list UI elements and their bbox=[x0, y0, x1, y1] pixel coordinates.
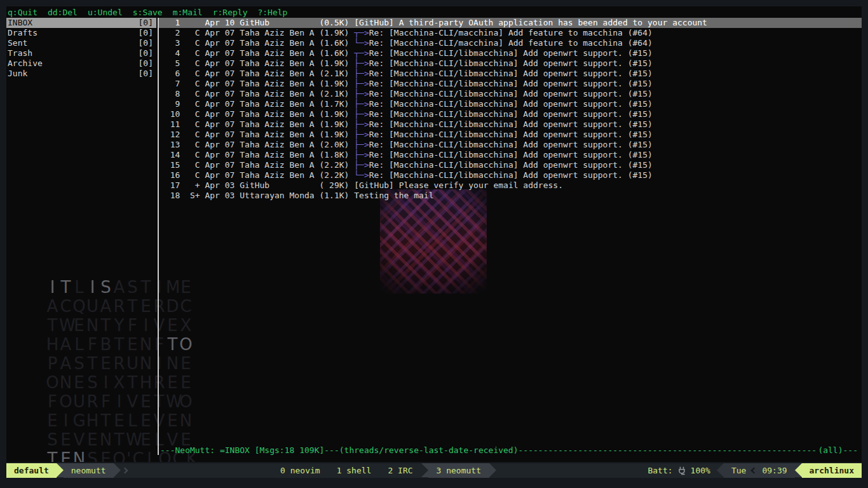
mail-row[interactable]: 16 C Apr 07 Taha Aziz Ben A (2.2K) └─>Re… bbox=[159, 170, 862, 180]
statusline-prefix: ---NeoMutt: =INBOX [Msgs:18 109K]---(thr… bbox=[160, 445, 519, 456]
mail-row[interactable]: 12 C Apr 07 Taha Aziz Ben A (1.9K) ├─>Re… bbox=[159, 130, 862, 140]
neomutt-statusline: ---NeoMutt: =INBOX [Msgs:18 109K]---(thr… bbox=[160, 445, 858, 456]
mailbox-name: Junk bbox=[8, 69, 27, 79]
battery-percent: 100% bbox=[691, 466, 710, 475]
mail-subject: Re: [Macchina-CLI/libmacchina] Add openw… bbox=[369, 160, 653, 170]
mail-row[interactable]: 2 C Apr 07 Taha Aziz Ben A (1.9K) ┬─>Re:… bbox=[159, 28, 862, 38]
mail-subject: Re: [Macchina-CLI/libmacchina] Add openw… bbox=[369, 89, 653, 98]
mail-row[interactable]: 11 C Apr 07 Taha Aziz Ben A (1.9K) ├─>Re… bbox=[159, 119, 862, 130]
sidebar-item-archive[interactable]: Archive[0] bbox=[6, 58, 156, 69]
mailbox-count: [0] bbox=[139, 38, 153, 48]
powerline-separator-icon bbox=[114, 463, 121, 477]
mail-subject: Re: [Macchina-CLI/macchina] Add feature … bbox=[369, 38, 653, 48]
powerline-separator-icon bbox=[421, 463, 428, 477]
thread-tree-icon: └─> bbox=[354, 38, 369, 48]
mailbox-name: INBOX bbox=[8, 18, 32, 28]
mail-row[interactable]: 14 C Apr 07 Taha Aziz Ben A (1.8K) ├─>Re… bbox=[159, 150, 862, 160]
mail-subject: [GitHub] A third-party OAuth application… bbox=[354, 18, 707, 27]
mail-rows: 1 Apr 10 GitHub (0.5K) [GitHub] A third-… bbox=[159, 18, 862, 201]
mail-row-meta: 11 C Apr 07 Taha Aziz Ben A (1.9K) bbox=[160, 119, 354, 129]
mail-subject: [GitHub] Please verify your email addres… bbox=[354, 180, 563, 190]
menubar-item[interactable]: r:Reply bbox=[213, 8, 248, 17]
mail-row[interactable]: 18 S+ Apr 03 Uttarayan Monda (1.1K) Test… bbox=[159, 191, 862, 201]
chevron-right-icon bbox=[121, 468, 128, 474]
tmux-window[interactable]: 2 IRC bbox=[379, 463, 421, 478]
mail-row[interactable]: 7 C Apr 07 Taha Aziz Ben A (1.9K) ├─>Re:… bbox=[159, 79, 862, 89]
mail-list: 1 Apr 10 GitHub (0.5K) [GitHub] A third-… bbox=[159, 18, 862, 462]
menubar-item[interactable]: s:Save bbox=[133, 8, 163, 17]
clock-segment: Tue 09:39 bbox=[724, 463, 795, 478]
mail-row[interactable]: 9 C Apr 07 Taha Aziz Ben A (1.7K) ├─>Re:… bbox=[159, 99, 862, 109]
menubar-item[interactable]: dd:Del bbox=[48, 8, 78, 17]
mail-row-meta: 6 C Apr 07 Taha Aziz Ben A (2.1K) bbox=[160, 69, 354, 78]
mail-row-meta: 3 C Apr 07 Taha Aziz Ben A (1.6K) bbox=[160, 38, 354, 48]
mail-row[interactable]: 13 C Apr 07 Taha Aziz Ben A (2.0K) ├─>Re… bbox=[159, 140, 862, 150]
mailbox-count: [0] bbox=[139, 48, 153, 58]
menubar-item[interactable]: m:Mail bbox=[173, 8, 203, 17]
powerline-separator-icon bbox=[717, 463, 724, 477]
statusline-fill: ----------------------------------------… bbox=[519, 445, 818, 456]
thread-tree-icon: ├─> bbox=[354, 58, 369, 68]
mail-row-meta: 15 C Apr 07 Taha Aziz Ben A (2.2K) bbox=[160, 160, 354, 170]
tmux-left-section: default neomutt bbox=[6, 463, 127, 478]
menubar-item[interactable]: u:Undel bbox=[88, 8, 123, 17]
mail-row[interactable]: 15 C Apr 07 Taha Aziz Ben A (2.2K) ├─>Re… bbox=[159, 160, 862, 170]
tmux-statusbar: default neomutt 0 neovim1 shell2 IRC3 ne… bbox=[6, 463, 862, 478]
mail-subject: Re: [Macchina-CLI/libmacchina] Add openw… bbox=[369, 99, 653, 109]
tmux-session-name[interactable]: default bbox=[6, 463, 57, 478]
mail-row-meta: 9 C Apr 07 Taha Aziz Ben A (1.7K) bbox=[160, 99, 354, 109]
thread-tree-icon: ┬─> bbox=[354, 28, 369, 37]
mail-row[interactable]: 8 C Apr 07 Taha Aziz Ben A (2.1K) ├─>Re:… bbox=[159, 89, 862, 99]
mail-subject: Re: [Macchina-CLI/libmacchina] Add openw… bbox=[369, 58, 653, 68]
day-label: Tue bbox=[731, 463, 746, 478]
mail-row[interactable]: 1 Apr 10 GitHub (0.5K) [GitHub] A third-… bbox=[159, 18, 862, 28]
mail-row[interactable]: 3 C Apr 07 Taha Aziz Ben A (1.6K) └─>Re:… bbox=[159, 38, 862, 48]
mail-row[interactable]: 6 C Apr 07 Taha Aziz Ben A (2.1K) ├─>Re:… bbox=[159, 69, 862, 79]
mail-row-meta: 17 + Apr 03 GitHub ( 29K) bbox=[160, 180, 354, 190]
mail-subject: Re: [Macchina-CLI/libmacchina] Add openw… bbox=[369, 69, 653, 78]
mail-row[interactable]: 4 C Apr 07 Taha Aziz Ben A (1.6K) ┬─>Re:… bbox=[159, 48, 862, 58]
tmux-window[interactable]: 1 shell bbox=[329, 463, 380, 478]
mail-row-meta: 14 C Apr 07 Taha Aziz Ben A (1.8K) bbox=[160, 150, 354, 159]
mail-row-meta: 2 C Apr 07 Taha Aziz Ben A (1.9K) bbox=[160, 28, 354, 37]
mail-row-meta: 10 C Apr 07 Taha Aziz Ben A (1.9K) bbox=[160, 109, 354, 119]
mail-row-meta: 8 C Apr 07 Taha Aziz Ben A (2.1K) bbox=[160, 89, 354, 98]
mail-row[interactable]: 5 C Apr 07 Taha Aziz Ben A (1.9K) ├─>Re:… bbox=[159, 58, 862, 69]
mail-row-meta: 4 C Apr 07 Taha Aziz Ben A (1.6K) bbox=[160, 48, 354, 58]
mail-row-meta: 5 C Apr 07 Taha Aziz Ben A (1.9K) bbox=[160, 58, 354, 68]
menubar-item[interactable]: ?:Help bbox=[257, 8, 287, 17]
mailbox-name: Sent bbox=[8, 38, 27, 48]
mailbox-count: [0] bbox=[139, 28, 153, 38]
sidebar-item-sent[interactable]: Sent[0] bbox=[6, 38, 156, 48]
mail-subject: Testing the mail bbox=[354, 191, 433, 200]
powerline-separator-icon bbox=[489, 463, 496, 477]
mail-subject: Re: [Macchina-CLI/libmacchina] Add openw… bbox=[369, 150, 653, 159]
menubar-item[interactable]: q:Quit bbox=[8, 8, 37, 17]
mail-subject: Re: [Macchina-CLI/libmacchina] Add openw… bbox=[369, 130, 653, 139]
mailbox-name: Archive bbox=[8, 58, 43, 69]
tmux-right-section: Batt: 100% Tue 09:39 archlinux bbox=[648, 463, 862, 478]
mailbox-name: Drafts bbox=[8, 28, 37, 38]
time-label: 09:39 bbox=[762, 463, 787, 478]
mailbox-count: [0] bbox=[139, 18, 153, 28]
thread-tree-icon: └─> bbox=[354, 170, 369, 180]
tmux-window-list: 0 neovim1 shell2 IRC3 neomutt bbox=[272, 463, 496, 478]
mail-row[interactable]: 17 + Apr 03 GitHub ( 29K) [GitHub] Pleas… bbox=[159, 180, 862, 191]
terminal-window: ITLISASTIMEACQUARTERDCTWENTYFIVEXHALFBTE… bbox=[6, 6, 862, 462]
thread-tree-icon: ├─> bbox=[354, 69, 369, 78]
menubar: q:Quitdd:Delu:Undels:Savem:Mailr:Reply?:… bbox=[6, 8, 862, 18]
powerline-separator-icon bbox=[57, 463, 64, 477]
mail-subject: Re: [Macchina-CLI/libmacchina] Add openw… bbox=[369, 140, 653, 149]
sidebar-item-drafts[interactable]: Drafts[0] bbox=[6, 28, 156, 38]
tmux-window[interactable]: 0 neovim bbox=[272, 463, 329, 478]
sidebar-item-junk[interactable]: Junk[0] bbox=[6, 69, 156, 79]
sidebar-item-inbox[interactable]: INBOX[0] bbox=[6, 18, 156, 28]
mail-row[interactable]: 10 C Apr 07 Taha Aziz Ben A (1.9K) ├─>Re… bbox=[159, 109, 862, 119]
hostname-label[interactable]: archlinux bbox=[802, 463, 862, 478]
tmux-window-active[interactable]: 3 neomutt bbox=[428, 463, 489, 478]
mail-row-meta: 1 Apr 10 GitHub (0.5K) bbox=[160, 18, 354, 27]
thread-tree-icon: ├─> bbox=[354, 130, 369, 139]
thread-tree-icon: ├─> bbox=[354, 119, 369, 129]
sidebar-item-trash[interactable]: Trash[0] bbox=[6, 48, 156, 58]
mail-row-meta: 16 C Apr 07 Taha Aziz Ben A (2.2K) bbox=[160, 170, 354, 180]
